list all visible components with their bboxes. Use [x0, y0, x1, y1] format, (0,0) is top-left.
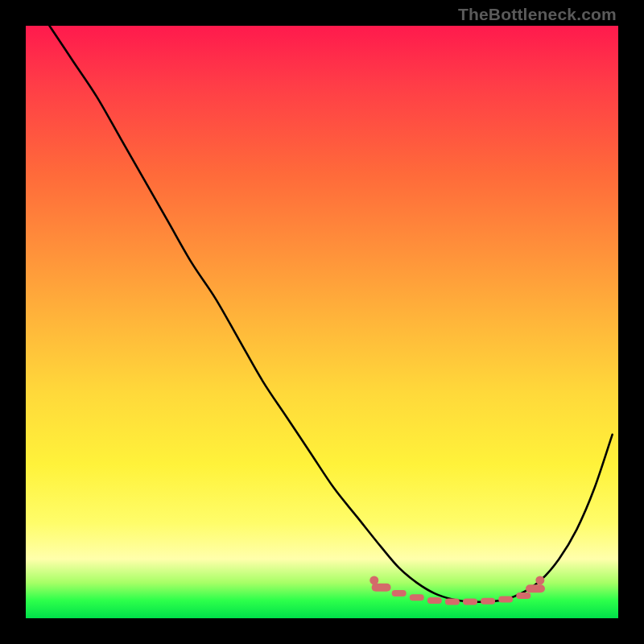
- bottleneck-curve: [49, 26, 612, 602]
- plot-area: [26, 26, 618, 618]
- chart-frame: TheBottleneck.com: [0, 0, 644, 644]
- optimal-band-markers: [369, 576, 544, 601]
- watermark-text: TheBottleneck.com: [458, 5, 617, 24]
- optimal-band-dot: [369, 576, 378, 584]
- optimal-band-dot: [535, 576, 544, 584]
- chart-svg: [26, 26, 618, 618]
